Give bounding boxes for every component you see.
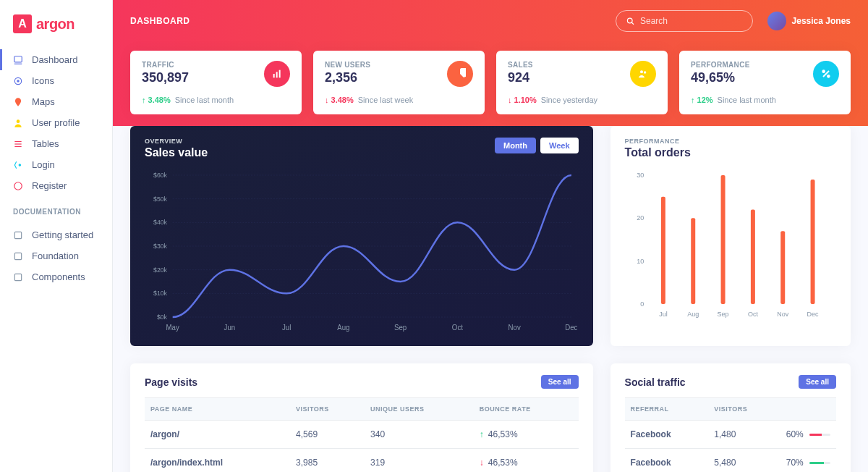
sales-title: Sales value (145, 146, 208, 159)
sidebar-item-maps[interactable]: Maps (0, 91, 112, 112)
see-all-visits-button[interactable]: See all (541, 375, 579, 389)
toggle-month[interactable]: Month (495, 138, 536, 153)
unique-cell: 340 (365, 421, 474, 449)
page-visits-table: PAGE NAMEVISITORSUNIQUE USERSBOUNCE RATE… (145, 397, 579, 472)
stat-label: SALES (508, 61, 533, 69)
social-traffic-title: Social traffic (625, 376, 686, 388)
docs-item-getting-started[interactable]: Getting started (0, 224, 112, 245)
table-row: Facebook 5,480 70% (625, 449, 836, 473)
avatar (767, 12, 786, 30)
svg-text:$10k: $10k (153, 290, 167, 297)
orders-sublabel: PERFORMANCE (625, 138, 691, 145)
nav-icon (13, 272, 23, 282)
stat-since: Since last month (718, 96, 776, 104)
toggle-week[interactable]: Week (540, 138, 579, 153)
svg-rect-50 (691, 218, 695, 304)
docs-item-foundation[interactable]: Foundation (0, 245, 112, 266)
stat-change: ↑ 12% (691, 96, 713, 104)
svg-text:$60k: $60k (153, 172, 167, 179)
users-icon (630, 61, 656, 87)
brand-name: argon (36, 16, 75, 33)
page-name-cell: /argon/ (145, 421, 290, 449)
see-all-social-button[interactable]: See all (799, 375, 836, 389)
nav-icon (13, 55, 23, 65)
nav-label: Icons (32, 75, 54, 86)
progress-cell: 60% (780, 421, 836, 449)
search-input[interactable] (640, 16, 742, 26)
stat-card-sales: SALES 924 ↓ 1.10% Since yesterday (496, 51, 668, 114)
stat-since: Since yesterday (541, 96, 597, 104)
stat-label: PERFORMANCE (691, 61, 750, 69)
page-title: DASHBOARD (130, 16, 190, 26)
sidebar-item-login[interactable]: Login (0, 154, 112, 175)
page-visits-panel: Page visits See all PAGE NAMEVISITORSUNI… (130, 363, 593, 472)
page-visits-title: Page visits (145, 376, 197, 388)
stat-label: NEW USERS (325, 61, 370, 69)
brand-logo[interactable]: A argon (0, 9, 112, 45)
visitors-cell: 3,985 (290, 449, 365, 473)
svg-rect-12 (14, 274, 21, 280)
user-name: Jessica Jones (792, 16, 851, 26)
svg-line-14 (631, 22, 634, 24)
search-box[interactable] (616, 10, 753, 32)
social-traffic-panel: Social traffic See all REFERRALVISITORS … (610, 363, 851, 472)
docs-item-components[interactable]: Components (0, 266, 112, 287)
svg-text:Dec: Dec (807, 311, 819, 318)
nav-label: Register (32, 180, 67, 191)
nav-icon (13, 251, 23, 261)
sidebar: A argon DashboardIconsMapsUser profileTa… (0, 0, 113, 472)
user-menu[interactable]: Jessica Jones (767, 12, 851, 30)
sidebar-item-tables[interactable]: Tables (0, 133, 112, 154)
sidebar-item-register[interactable]: Register (0, 175, 112, 196)
stat-value: 2,356 (325, 70, 370, 85)
svg-text:Aug: Aug (337, 324, 349, 332)
nav-icon (13, 139, 23, 149)
svg-point-22 (827, 75, 830, 77)
sidebar-item-dashboard[interactable]: Dashboard (0, 49, 112, 70)
bar-chart: 0102030JulAugSepOctNovDec (625, 168, 836, 320)
svg-text:$30k: $30k (153, 243, 167, 250)
table-header: VISITORS (290, 398, 365, 421)
svg-text:Dec: Dec (565, 324, 577, 332)
svg-text:Aug: Aug (687, 311, 699, 318)
nav-icon (13, 181, 23, 191)
svg-text:$50k: $50k (153, 195, 167, 203)
stat-change: ↑ 3.48% (142, 96, 171, 104)
svg-text:Nov: Nov (777, 311, 789, 318)
nav-label: Foundation (32, 250, 79, 261)
svg-text:20: 20 (637, 214, 644, 222)
visitors-cell: 5,480 (708, 449, 780, 473)
docs-heading: DOCUMENTATION (0, 201, 112, 220)
progress-cell: 70% (780, 449, 836, 473)
svg-point-9 (14, 182, 22, 190)
table-header: VISITORS (708, 398, 780, 421)
header-gradient: DASHBOARD Jessica Jones TRAFFIC 350,897 (113, 0, 868, 126)
svg-rect-17 (279, 70, 281, 78)
nav-label: Dashboard (32, 54, 78, 65)
svg-rect-54 (810, 180, 814, 304)
sidebar-item-icons[interactable]: Icons (0, 70, 112, 91)
nav-label: Tables (32, 138, 59, 149)
logo-badge-icon: A (13, 14, 32, 33)
stat-since: Since last month (175, 96, 234, 104)
svg-point-13 (627, 18, 632, 23)
table-header: REFERRAL (625, 398, 709, 421)
nav-icon (13, 76, 23, 86)
svg-rect-0 (14, 56, 22, 62)
table-row: /argon/index.html 3,985 319 ↓46,53% (145, 449, 579, 473)
line-chart: $0k$10k$20k$30k$40k$50k$60kMayJunJulAugS… (145, 168, 579, 334)
page-name-cell: /argon/index.html (145, 449, 290, 473)
sidebar-item-user-profile[interactable]: User profile (0, 112, 112, 133)
nav-label: Components (32, 271, 85, 282)
unique-cell: 319 (365, 449, 474, 473)
nav-icon (13, 160, 23, 170)
visitors-cell: 1,480 (708, 421, 780, 449)
nav-icon (13, 97, 23, 107)
svg-text:$40k: $40k (153, 219, 167, 226)
svg-point-8 (19, 164, 20, 165)
bounce-cell: ↑46,53% (474, 421, 579, 449)
svg-point-4 (17, 119, 20, 123)
table-header: PAGE NAME (145, 398, 290, 421)
svg-text:Sep: Sep (717, 311, 728, 318)
orders-chart-panel: PERFORMANCE Total orders 0102030JulAugSe… (610, 126, 851, 346)
